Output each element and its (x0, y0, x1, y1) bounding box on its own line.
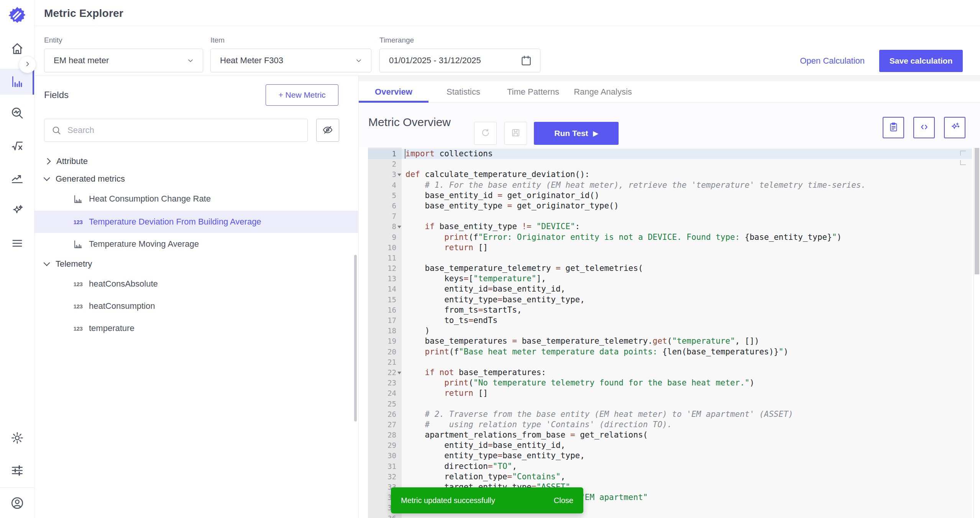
line-number: 20 (368, 347, 402, 357)
timerange-input[interactable]: 01/01/2025 - 31/12/2025 (379, 49, 540, 72)
code-line[interactable]: return [] (402, 243, 972, 253)
editor-corner-mark (960, 151, 966, 156)
sidebar-item-settings[interactable] (0, 425, 34, 451)
tab-overview[interactable]: Overview (359, 81, 428, 102)
analytics-icon (10, 75, 24, 89)
new-metric-button[interactable]: + New Metric (266, 84, 338, 106)
code-line[interactable]: return [] (402, 388, 972, 398)
code-line[interactable]: print("No temperature telemetry found fo… (402, 378, 972, 388)
sidebar-item-sparkles[interactable] (0, 198, 34, 224)
search-input[interactable] (67, 125, 300, 136)
sidebar-item-formula[interactable] (0, 133, 34, 159)
tab-statistics[interactable]: Statistics (428, 81, 498, 102)
line-number: 8 (368, 221, 402, 232)
line-number: 13 (368, 274, 402, 284)
tab-time-patterns[interactable]: Time Patterns (498, 81, 568, 102)
preferences-icon (10, 464, 24, 477)
section-title: Metric Overview (368, 116, 451, 129)
sidebar-expand-button[interactable] (19, 56, 36, 73)
code-line[interactable]: base_temperatures = base_temperature_tel… (402, 336, 972, 346)
tree-item-heatconsumption[interactable]: 123heatConsumption (34, 295, 358, 317)
code-line[interactable]: if base_entity_type != "DEVICE": (402, 221, 972, 232)
sidebar-item-search-analysis[interactable] (0, 100, 34, 126)
code-line[interactable] (402, 399, 972, 409)
code-line[interactable] (402, 159, 972, 169)
code-editor[interactable]: 1234567891011121314151617181920212223242… (368, 148, 972, 518)
code-line[interactable]: base_entity_id = get_originator_id() (402, 190, 972, 201)
editor-scrollbar[interactable] (973, 148, 980, 518)
tree-item-heat-consumption-change-rate[interactable]: Heat Consumption Change Rate (34, 188, 358, 210)
tree-item-temperature[interactable]: 123temperature (34, 317, 358, 339)
line-number: 2 (368, 159, 402, 169)
code-line[interactable] (402, 253, 972, 263)
code-line[interactable] (402, 357, 972, 367)
sidebar-item-profile[interactable] (0, 490, 34, 516)
tree-section-attribute[interactable]: Attribute (34, 152, 358, 170)
code-line[interactable]: if not base_temperatures: (402, 367, 972, 378)
code-line[interactable]: to_ts=endTs (402, 315, 972, 326)
code-line[interactable]: from_ts=startTs, (402, 305, 972, 315)
item-select[interactable]: Heat Meter F303 (210, 49, 371, 72)
entity-label: Entity (44, 36, 203, 44)
code-line[interactable]: apartment_relations_from_base = get_rela… (402, 430, 972, 440)
line-number: 29 (368, 440, 402, 451)
fold-toggle-icon[interactable] (397, 226, 401, 228)
fold-toggle-icon[interactable] (397, 372, 401, 374)
code-line[interactable]: def calculate_temperature_deviation(): (402, 169, 972, 180)
search-icon (51, 125, 61, 135)
editor-scrollbar-thumb[interactable] (975, 148, 979, 274)
tree-section-generated-metrics[interactable]: Generated metrics (34, 170, 358, 188)
save-metric-button[interactable] (504, 122, 527, 145)
sidebar-item-preferences[interactable] (0, 457, 34, 484)
fold-toggle-icon[interactable] (397, 174, 401, 176)
tree-item-temperature-moving-average[interactable]: Temperature Moving Average (34, 233, 358, 255)
hide-fields-button[interactable] (316, 119, 339, 142)
code-line[interactable]: entity_type=base_entity_type, (402, 451, 972, 461)
open-calculation-link[interactable]: Open Calculation (800, 56, 865, 66)
text-cursor (405, 149, 405, 159)
fields-scrollbar[interactable] (354, 255, 357, 421)
code-line[interactable]: entity_id=base_entity_id, (402, 440, 972, 451)
code-icon (919, 121, 930, 134)
tree-item-temperature-deviation-from-building-average[interactable]: 123Temperature Deviation From Building A… (34, 211, 358, 233)
calendar-icon[interactable] (520, 54, 532, 67)
sidebar-item-menu[interactable] (0, 230, 34, 256)
run-test-button[interactable]: Run Test ▶ (534, 122, 619, 145)
chevron-down-icon (44, 260, 50, 266)
code-line[interactable]: keys=["temperature"], (402, 274, 972, 284)
timerange-value: 01/01/2025 - 31/12/2025 (389, 56, 481, 66)
code-line[interactable]: # using relation type 'Contains' (direct… (402, 420, 972, 430)
tab-range-analysis[interactable]: Range Analysis (568, 81, 638, 102)
ai-assist-button[interactable] (944, 117, 965, 138)
code-line[interactable]: print(f"Base heat meter temperature data… (402, 347, 972, 357)
code-line[interactable]: # 2. Traverse from the base entity (EM h… (402, 409, 972, 420)
line-number: 19 (368, 336, 402, 346)
undo-button[interactable] (474, 122, 497, 145)
code-line[interactable]: direction="TO", (402, 461, 972, 472)
tree-item-heatconsabsolute[interactable]: 123heatConsAbsolute (34, 273, 358, 295)
toast-close-button[interactable]: Close (554, 496, 573, 505)
code-line[interactable]: # 1. For the base entity (EM heat meter)… (402, 180, 972, 190)
copy-code-button[interactable] (883, 117, 904, 138)
toast-notification: Metric updated successfully Close (391, 487, 583, 513)
code-line[interactable]: base_temperature_telemetry = get_telemet… (402, 263, 972, 274)
line-number: 17 (368, 315, 402, 326)
save-calculation-button[interactable]: Save calculation (879, 50, 963, 72)
code-line[interactable] (402, 513, 972, 518)
sidebar-item-trend[interactable] (0, 165, 34, 191)
line-number: 3 (368, 169, 402, 180)
app-logo-icon[interactable] (8, 6, 27, 25)
entity-select[interactable]: EM heat meter (44, 49, 203, 72)
sparkles-icon (10, 204, 24, 218)
code-line[interactable]: relation_type="Contains", (402, 472, 972, 482)
code-line[interactable]: base_entity_type = get_originator_type() (402, 201, 972, 211)
tree-section-telemetry[interactable]: Telemetry (34, 255, 358, 273)
timerange-filter: Timerange 01/01/2025 - 31/12/2025 (379, 36, 540, 72)
code-line[interactable]: entity_id=base_entity_id, (402, 284, 972, 294)
code-view-button[interactable] (913, 117, 935, 138)
code-line[interactable]: ) (402, 326, 972, 336)
code-line[interactable]: entity_type=base_entity_type, (402, 295, 972, 305)
code-line[interactable]: print(f"Error: Originator entity is not … (402, 232, 972, 243)
code-line[interactable] (402, 211, 972, 221)
code-line[interactable]: import collections (402, 149, 972, 159)
